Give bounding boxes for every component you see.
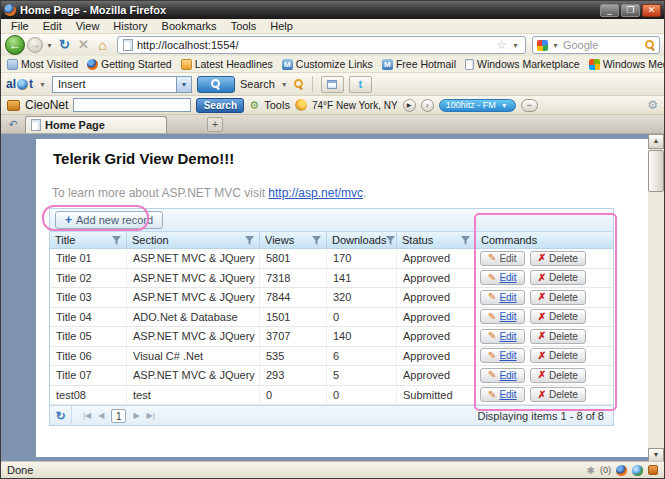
pager-next-button[interactable]: ▶ bbox=[131, 411, 141, 420]
menu-file[interactable]: File bbox=[4, 20, 36, 32]
combobox-dropdown-icon[interactable]: ▼ bbox=[176, 77, 191, 92]
column-header-section[interactable]: Section bbox=[127, 232, 260, 248]
pager-prev-button[interactable]: ◀ bbox=[96, 411, 106, 420]
restore-button[interactable]: ❐ bbox=[621, 4, 640, 17]
new-tab-button[interactable]: + bbox=[207, 117, 223, 132]
edit-button[interactable]: ✎Edit bbox=[480, 387, 525, 402]
close-button[interactable]: ✕ bbox=[642, 4, 661, 17]
alot-search-button[interactable] bbox=[197, 76, 235, 93]
pager-last-button[interactable]: ▶| bbox=[145, 411, 157, 420]
edit-button[interactable]: ✎Edit bbox=[480, 348, 525, 363]
bookmark-windows-marketplace[interactable]: Windows Marketplace bbox=[465, 58, 580, 70]
forward-button[interactable]: → bbox=[27, 37, 43, 53]
alot-search-dropdown-icon[interactable]: ▼ bbox=[280, 81, 289, 88]
bookmark-getting-started[interactable]: Getting Started bbox=[87, 58, 172, 70]
alot-logo-icon[interactable]: alt bbox=[6, 77, 33, 91]
bookmark-latest-headlines[interactable]: Latest Headlines bbox=[181, 58, 273, 70]
alot-logo-dropdown-icon[interactable]: ▼ bbox=[38, 81, 47, 88]
alot-window-button[interactable] bbox=[321, 76, 344, 93]
delete-button[interactable]: ✗Delete bbox=[530, 309, 586, 324]
edit-button[interactable]: ✎Edit bbox=[480, 270, 525, 285]
column-header-status[interactable]: Status bbox=[397, 232, 476, 248]
edit-button[interactable]: ✎Edit bbox=[480, 368, 525, 383]
zoom-magnifier-icon[interactable] bbox=[294, 79, 304, 89]
cieonet-search-input[interactable] bbox=[73, 98, 191, 112]
column-header-title[interactable]: Title bbox=[50, 232, 127, 248]
bookmark-star-icon[interactable]: ☆ bbox=[496, 38, 507, 52]
filter-icon[interactable] bbox=[245, 236, 254, 245]
url-input[interactable] bbox=[137, 39, 492, 51]
alot-twitter-button[interactable]: t bbox=[349, 76, 372, 93]
web-search-input[interactable] bbox=[563, 39, 642, 51]
edit-button[interactable]: ✎Edit bbox=[480, 329, 525, 344]
pager-page-button[interactable]: 1 bbox=[111, 409, 126, 423]
tab-home-page[interactable]: Home Page bbox=[25, 116, 167, 133]
cieonet-search-button[interactable]: Search bbox=[196, 98, 244, 113]
radio-dropdown-icon[interactable]: ▼ bbox=[500, 102, 509, 109]
extension-counter[interactable]: (0) bbox=[600, 465, 611, 475]
pager-first-button[interactable]: |◀ bbox=[81, 411, 93, 420]
alot-combobox[interactable]: Insert ▼ bbox=[52, 76, 192, 93]
alot-search-label[interactable]: Search bbox=[240, 78, 275, 90]
plugin-icon[interactable]: ✱ bbox=[587, 465, 595, 476]
menu-tools[interactable]: Tools bbox=[224, 20, 264, 32]
scroll-up-icon[interactable]: ▲ bbox=[648, 134, 664, 149]
asp-net-mvc-link[interactable]: http://asp.net/mvc bbox=[268, 186, 363, 200]
globe-icon[interactable] bbox=[632, 465, 643, 476]
radio-play-button[interactable]: ▶ bbox=[403, 99, 416, 112]
tab-list-icon[interactable]: ↶ bbox=[5, 117, 21, 132]
bookmark-windows-media[interactable]: Windows Media bbox=[589, 58, 665, 70]
menu-view[interactable]: View bbox=[69, 20, 107, 32]
add-new-record-button[interactable]: + Add new record bbox=[55, 211, 163, 229]
delete-button[interactable]: ✗Delete bbox=[530, 251, 586, 266]
search-bar[interactable]: ▼ bbox=[532, 36, 660, 54]
weather-sun-icon[interactable] bbox=[295, 99, 307, 111]
search-engine-dropdown-icon[interactable]: ▼ bbox=[551, 42, 560, 49]
minimize-button[interactable]: _ bbox=[600, 4, 619, 17]
tools-label[interactable]: Tools bbox=[264, 99, 290, 111]
column-header-views[interactable]: Views bbox=[260, 232, 327, 248]
column-header-downloads[interactable]: Downloads bbox=[327, 232, 397, 248]
url-bar[interactable]: ☆ ▼ bbox=[117, 36, 526, 54]
delete-button[interactable]: ✗Delete bbox=[530, 270, 586, 285]
radio-station-select[interactable]: 100hitz - FM ▼ bbox=[439, 99, 516, 112]
stop-button[interactable]: ✕ bbox=[75, 36, 92, 54]
bookmark-most-visited[interactable]: Most Visited bbox=[7, 58, 78, 70]
reload-button[interactable]: ↻ bbox=[56, 36, 73, 54]
search-magnifier-icon[interactable] bbox=[645, 40, 655, 50]
delete-button[interactable]: ✗Delete bbox=[530, 368, 586, 383]
filter-icon[interactable] bbox=[386, 236, 395, 245]
radio-minimize-button[interactable]: − bbox=[521, 99, 538, 112]
edit-button[interactable]: ✎Edit bbox=[480, 309, 525, 324]
history-dropdown-icon[interactable]: ▼ bbox=[45, 42, 54, 49]
url-dropdown-icon[interactable]: ▼ bbox=[511, 42, 520, 49]
vertical-scrollbar[interactable]: ▲ ▼ bbox=[648, 134, 664, 463]
firefox-icon[interactable] bbox=[616, 465, 627, 476]
filter-icon[interactable] bbox=[112, 236, 121, 245]
edit-button[interactable]: ✎Edit bbox=[480, 251, 525, 266]
edit-button[interactable]: ✎Edit bbox=[480, 290, 525, 305]
filter-icon[interactable] bbox=[312, 236, 321, 245]
menu-help[interactable]: Help bbox=[263, 20, 300, 32]
menu-history[interactable]: History bbox=[106, 20, 154, 32]
back-button[interactable]: ← bbox=[5, 35, 25, 55]
scrollbar-thumb[interactable] bbox=[648, 150, 664, 192]
menu-edit[interactable]: Edit bbox=[36, 20, 69, 32]
m-badge-icon bbox=[382, 59, 393, 70]
delete-button[interactable]: ✗Delete bbox=[530, 387, 586, 402]
gear-icon[interactable]: ⚙ bbox=[249, 99, 259, 112]
bookmark-free-hotmail[interactable]: Free Hotmail bbox=[382, 58, 456, 70]
weather-label[interactable]: 74°F New York, NY bbox=[312, 100, 398, 111]
delete-button[interactable]: ✗Delete bbox=[530, 348, 586, 363]
bookmark-customize-links[interactable]: Customize Links bbox=[282, 58, 373, 70]
column-header-commands[interactable]: Commands bbox=[476, 232, 613, 248]
filter-icon[interactable] bbox=[461, 236, 470, 245]
delete-button[interactable]: ✗Delete bbox=[530, 329, 586, 344]
radio-volume-button[interactable]: ♪ bbox=[421, 99, 434, 112]
delete-button[interactable]: ✗Delete bbox=[530, 290, 586, 305]
menu-bookmarks[interactable]: Bookmarks bbox=[155, 20, 224, 32]
wrench-settings-icon[interactable]: ⚙ bbox=[647, 98, 658, 112]
home-button[interactable]: ⌂ bbox=[94, 36, 111, 54]
stamp-icon[interactable] bbox=[648, 465, 658, 475]
refresh-icon[interactable]: ↻ bbox=[50, 406, 72, 425]
